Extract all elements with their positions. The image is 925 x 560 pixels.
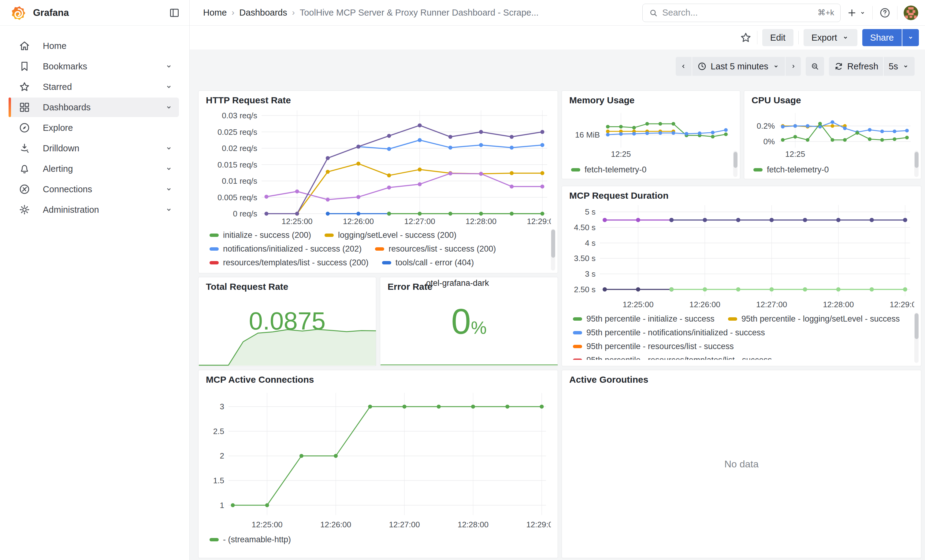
scrollbar[interactable]: [914, 151, 919, 177]
breadcrumb: Home › Dashboards › ToolHive MCP Server …: [203, 8, 636, 18]
svg-text:0%: 0%: [763, 137, 775, 146]
memory-usage-chart[interactable]: 12:2516 MiB: [569, 108, 734, 161]
panel-active-goroutines: Active Goroutines No data: [562, 370, 921, 558]
svg-text:12:29:00: 12:29:00: [527, 217, 551, 226]
svg-text:0.015 req/s: 0.015 req/s: [217, 160, 257, 169]
sidebar-item-label: Dashboards: [43, 102, 90, 113]
scrollbar[interactable]: [551, 229, 555, 270]
svg-text:16 MiB: 16 MiB: [575, 130, 600, 140]
http-request-rate-chart[interactable]: 12:25:0012:26:0012:27:0012:28:0012:29:00…: [206, 105, 551, 228]
help-icon[interactable]: [879, 7, 891, 19]
search-input[interactable]: Search... ⌘+k: [642, 4, 841, 22]
chevron-down-icon[interactable]: [164, 205, 173, 214]
chevron-down-icon[interactable]: [164, 62, 173, 71]
chevron-down-icon[interactable]: [164, 144, 173, 153]
svg-text:2: 2: [220, 451, 224, 460]
time-forward-button[interactable]: [785, 57, 801, 76]
legend-item[interactable]: 95th percentile - logging/setLevel - suc…: [728, 314, 900, 324]
sidebar-item-connections[interactable]: Connections: [9, 179, 179, 199]
sidebar-item-label: Drilldown: [43, 143, 79, 153]
legend: fetch-telemetry-0: [752, 163, 911, 177]
share-menu-button[interactable]: [902, 29, 919, 46]
legend-item[interactable]: resources/templates/list - success (200): [209, 258, 369, 267]
time-back-button[interactable]: [676, 57, 691, 76]
breadcrumb-home[interactable]: Home: [203, 8, 227, 18]
legend-item[interactable]: notifications/initialized - success (202…: [209, 244, 362, 254]
legend-item[interactable]: fetch-telemetry-0: [571, 165, 647, 174]
mcp-request-duration-chart[interactable]: 12:25:0012:26:0012:27:0012:28:0012:29:00…: [569, 201, 914, 311]
svg-text:12:28:00: 12:28:00: [466, 217, 496, 226]
legend-item[interactable]: resources/list - success (200): [375, 244, 496, 254]
scrollbar[interactable]: [914, 313, 919, 363]
scrollbar[interactable]: [733, 151, 738, 177]
panel-title[interactable]: MCP Active Connections: [206, 374, 314, 385]
svg-text:12:27:00: 12:27:00: [756, 300, 787, 309]
error-rate-sparkline[interactable]: [381, 362, 558, 366]
svg-text:0 req/s: 0 req/s: [233, 209, 258, 218]
legend-item[interactable]: 95th percentile - resources/templates/li…: [573, 356, 772, 360]
refresh-interval-picker[interactable]: 5s: [883, 57, 914, 76]
sidebar-item-bookmarks[interactable]: Bookmarks: [9, 57, 179, 76]
sidebar-item-starred[interactable]: Starred: [9, 77, 179, 97]
panel-title[interactable]: Total Request Rate: [206, 282, 288, 292]
collapse-sidebar-icon[interactable]: [169, 7, 180, 19]
dashboards-icon: [18, 101, 31, 113]
zoom-out-icon: [811, 62, 819, 71]
drilldown-icon: [18, 142, 31, 155]
share-button[interactable]: Share: [862, 29, 902, 46]
chevron-down-icon[interactable]: [164, 185, 173, 194]
legend-item[interactable]: logging/setLevel - success (200): [325, 230, 456, 240]
legend-item[interactable]: 95th percentile - initialize - success: [573, 314, 714, 324]
panel-title[interactable]: HTTP Request Rate: [206, 95, 291, 105]
svg-text:1.5: 1.5: [213, 476, 224, 485]
edit-button[interactable]: Edit: [762, 29, 794, 46]
gear-icon: [18, 204, 31, 216]
panel-title[interactable]: Memory Usage: [569, 95, 634, 105]
legend-item[interactable]: 95th percentile - notifications/initiali…: [573, 328, 765, 338]
divider: [897, 6, 898, 20]
svg-text:4.50 s: 4.50 s: [574, 223, 595, 232]
svg-text:12:25: 12:25: [611, 150, 631, 159]
sidebar-item-alerting[interactable]: Alerting: [9, 159, 179, 179]
chevron-down-icon[interactable]: [164, 82, 173, 92]
sidebar-item-administration[interactable]: Administration: [9, 200, 179, 219]
refresh-button[interactable]: Refresh: [829, 57, 883, 76]
breadcrumb-current: ToolHive MCP Server & Proxy Runner Dashb…: [300, 8, 539, 18]
panel-title[interactable]: CPU Usage: [752, 95, 801, 105]
breadcrumb-separator: ›: [292, 8, 295, 17]
legend-item[interactable]: initialize - success (200): [209, 230, 311, 240]
chevron-down-icon[interactable]: [164, 103, 173, 112]
favorite-star-icon[interactable]: [739, 31, 752, 44]
cpu-usage-chart[interactable]: 12:250.2%0%: [751, 108, 915, 161]
panel-title[interactable]: Active Goroutines: [569, 374, 648, 385]
sidebar-nav: Home Bookmarks Starred Dashboards Explor…: [0, 26, 189, 219]
panel-title[interactable]: MCP Request Duration: [569, 191, 668, 201]
breadcrumb-dashboards[interactable]: Dashboards: [239, 8, 287, 18]
export-button[interactable]: Export: [804, 29, 857, 46]
time-range-picker[interactable]: Last 5 minutes: [691, 57, 785, 76]
avatar[interactable]: [904, 6, 918, 20]
panel-memory-usage: Memory Usage 12:2516 MiB fetch-telemetry…: [562, 90, 740, 179]
legend-item[interactable]: - (streamable-http): [209, 535, 291, 544]
sidebar-item-dashboards[interactable]: Dashboards: [9, 98, 179, 117]
brand-name: Grafana: [33, 8, 69, 18]
grafana-logo-icon[interactable]: [11, 5, 26, 21]
sidebar-item-home[interactable]: Home: [9, 36, 179, 56]
chevron-down-icon: [772, 62, 780, 70]
chevron-down-icon[interactable]: [164, 164, 173, 173]
sidebar-item-drilldown[interactable]: Drilldown: [9, 138, 179, 158]
sidebar-item-label: Bookmarks: [43, 62, 87, 72]
svg-text:0.025 req/s: 0.025 req/s: [217, 128, 257, 137]
panel-cpu-usage: CPU Usage 12:250.2%0% fetch-telemetry-0: [744, 90, 921, 179]
legend-item[interactable]: fetch-telemetry-0: [753, 165, 829, 174]
annotation-otel-grafana-dark: otel-grafana-dark: [426, 278, 489, 288]
add-button[interactable]: [847, 8, 866, 18]
legend-item[interactable]: tools/call - error (404): [382, 258, 474, 267]
panel-title[interactable]: Error Rate: [387, 282, 432, 292]
mcp-active-connections-chart[interactable]: 12:25:0012:26:0012:27:0012:28:0012:29:00…: [206, 387, 551, 531]
legend-item[interactable]: 95th percentile - resources/list - succe…: [573, 342, 734, 351]
sidebar-item-explore[interactable]: Explore: [9, 118, 179, 138]
sidebar-item-label: Administration: [43, 205, 99, 215]
zoom-out-button[interactable]: [806, 57, 824, 76]
panel-mcp-active-connections: MCP Active Connections 12:25:0012:26:001…: [198, 370, 558, 558]
